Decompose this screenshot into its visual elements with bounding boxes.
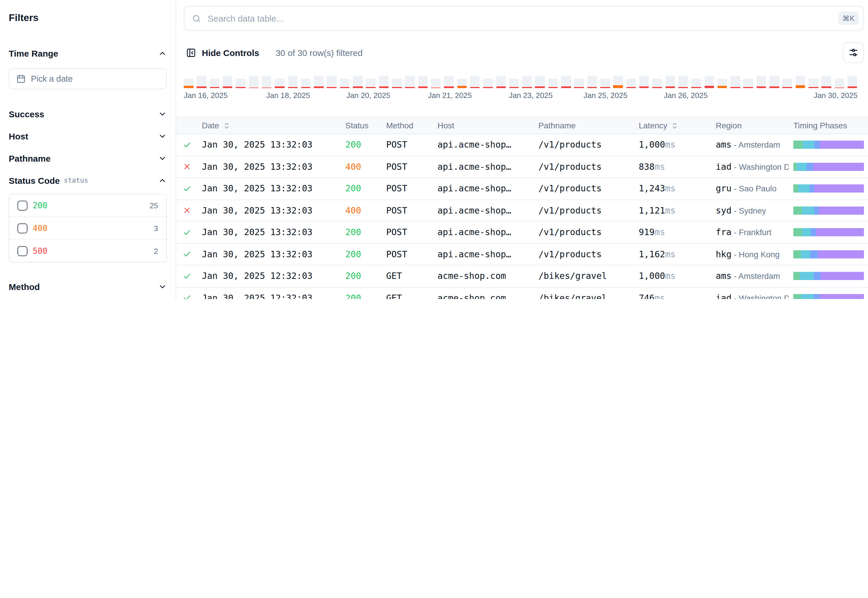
filter-section-pathname[interactable]: Pathname — [9, 147, 167, 169]
timeline-bar[interactable] — [210, 78, 219, 88]
checkbox[interactable] — [18, 246, 27, 256]
timeline-bar-error — [731, 87, 740, 88]
timeline-bar[interactable] — [405, 76, 415, 88]
timeline-bar[interactable] — [731, 76, 740, 88]
status-code-option-200[interactable]: 20025 — [9, 194, 166, 217]
timeline-bar[interactable] — [496, 76, 506, 88]
timing-phase-segment — [819, 294, 864, 299]
timeline-bar[interactable] — [197, 76, 206, 88]
timeline-bar-error — [288, 87, 297, 88]
column-header-date[interactable]: Date — [197, 121, 341, 130]
table-row[interactable]: Jan 30, 2025 13:32:03200POSTapi.acme-sho… — [176, 222, 868, 244]
timeline-bar-success — [757, 76, 766, 86]
timeline-bar[interactable] — [431, 78, 441, 88]
timeline-bar[interactable] — [314, 76, 323, 88]
timeline-bar[interactable] — [223, 76, 233, 88]
filter-section-method[interactable]: Method — [9, 275, 167, 298]
status-code-option-400[interactable]: 4003 — [9, 217, 166, 239]
filter-section-time-range[interactable]: Time Range — [9, 42, 167, 64]
table-row[interactable]: Jan 30, 2025 13:32:03400POSTapi.acme-sho… — [176, 156, 868, 178]
cell-host: api.acme-shop… — [433, 184, 534, 194]
timeline-bar[interactable] — [717, 78, 727, 88]
timeline-bar[interactable] — [600, 78, 610, 88]
timeline-bar[interactable] — [744, 78, 753, 88]
timeline-bar[interactable] — [769, 76, 779, 88]
cell-latency: 746ms — [634, 293, 711, 299]
timeline-bar-success — [783, 78, 792, 86]
sort-chevrons-icon — [223, 122, 230, 129]
timeline-bar[interactable] — [704, 76, 714, 88]
timeline-bar-error — [457, 85, 467, 88]
timeline-bar[interactable] — [353, 76, 363, 88]
filter-section-regions[interactable]: Regions — [9, 298, 167, 299]
filter-section-host[interactable]: Host — [9, 125, 167, 147]
table-row[interactable]: Jan 30, 2025 12:32:03200GETacme-shop.com… — [176, 265, 868, 287]
timeline-bar[interactable] — [535, 76, 545, 88]
chevron-down-icon — [158, 282, 167, 291]
cell-timing-phases — [789, 250, 868, 259]
timeline-bar[interactable] — [249, 76, 258, 88]
timeline-bar[interactable] — [262, 76, 272, 88]
timeline-bar[interactable] — [509, 78, 519, 88]
checkbox[interactable] — [18, 223, 27, 233]
timeline-bar[interactable] — [483, 78, 493, 88]
table-row[interactable]: Jan 30, 2025 13:32:03200POSTapi.acme-sho… — [176, 178, 868, 200]
timeline-bar[interactable] — [366, 78, 376, 88]
search-input[interactable] — [206, 13, 833, 24]
timeline-bar[interactable] — [379, 76, 388, 88]
timeline-bar[interactable] — [548, 78, 558, 88]
timeline-bar[interactable] — [665, 76, 675, 88]
timeline-bar[interactable] — [444, 76, 454, 88]
timeline-bar-success — [626, 78, 636, 86]
timeline-bar[interactable] — [848, 76, 857, 88]
timeline-bar[interactable] — [470, 76, 480, 88]
search-bar[interactable]: ⌘K — [184, 6, 864, 31]
timeline-bar[interactable] — [184, 78, 193, 88]
timeline-bar[interactable] — [678, 76, 688, 88]
timeline-bar[interactable] — [757, 76, 766, 88]
timeline-bar[interactable] — [392, 78, 402, 88]
timeline-bar[interactable] — [834, 78, 844, 88]
timeline-bar-error — [236, 87, 246, 88]
status-code-option-500[interactable]: 5002 — [9, 239, 166, 262]
table-row[interactable]: Jan 30, 2025 12:32:03200GETacme-shop.com… — [176, 287, 868, 299]
timeline-bar[interactable] — [275, 78, 284, 88]
timeline-bar[interactable] — [795, 76, 805, 88]
column-header-latency[interactable]: Latency — [634, 121, 711, 130]
view-options-button[interactable] — [843, 42, 864, 63]
timeline-bar[interactable] — [327, 76, 336, 88]
timing-phase-segment — [818, 250, 864, 259]
filter-section-success[interactable]: Success — [9, 103, 167, 125]
timing-phases-bar — [793, 250, 864, 259]
timeline-bar[interactable] — [783, 78, 792, 88]
timeline-bar[interactable] — [574, 78, 584, 88]
filter-section-status-code[interactable]: Status Codestatus — [9, 169, 167, 191]
hide-controls-button[interactable]: Hide Controls — [184, 48, 261, 57]
table-row[interactable]: Jan 30, 2025 13:32:03200POSTapi.acme-sho… — [176, 134, 868, 156]
timeline-bar[interactable] — [522, 76, 532, 88]
timeline-bar[interactable] — [561, 76, 571, 88]
timeline-bar[interactable] — [236, 78, 246, 88]
timeline-bar[interactable] — [613, 76, 623, 88]
timeline-bar[interactable] — [301, 78, 311, 88]
timeline-bar[interactable] — [808, 78, 818, 88]
search-shortcut-kbd: ⌘K — [838, 12, 859, 25]
timeline-bar-success — [457, 78, 467, 85]
timeline-bar[interactable] — [587, 76, 597, 88]
timing-phase-segment — [815, 185, 864, 193]
checkbox[interactable] — [18, 200, 27, 210]
timeline-bar[interactable] — [653, 78, 662, 88]
timeline-bar[interactable] — [822, 76, 831, 88]
date-picker-input[interactable]: Pick a date — [9, 68, 167, 89]
timeline-bar[interactable] — [457, 78, 467, 88]
table-row[interactable]: Jan 30, 2025 13:32:03200POSTapi.acme-sho… — [176, 244, 868, 265]
cell-date: Jan 30, 2025 12:32:03 — [197, 271, 341, 281]
timeline-bar[interactable] — [418, 76, 427, 88]
timeline-bar[interactable] — [626, 78, 636, 88]
requests-timeline-chart[interactable]: Jan 16, 2025Jan 18, 2025Jan 20, 2025Jan … — [184, 76, 858, 100]
timeline-bar[interactable] — [340, 78, 350, 88]
timeline-bar[interactable] — [691, 78, 701, 88]
table-row[interactable]: Jan 30, 2025 13:32:03400POSTapi.acme-sho… — [176, 200, 868, 222]
timeline-bar[interactable] — [639, 76, 649, 88]
timeline-bar[interactable] — [288, 76, 297, 88]
